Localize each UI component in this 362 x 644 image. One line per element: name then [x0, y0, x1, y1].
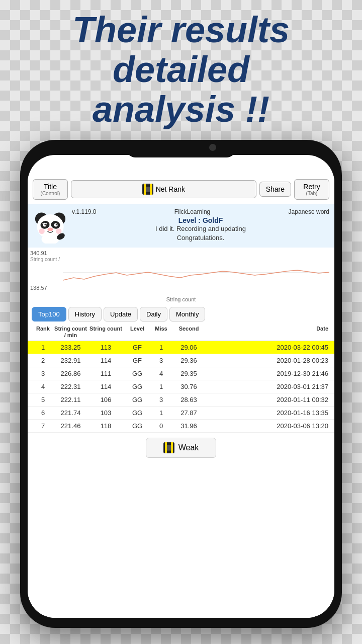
title-label: Title — [44, 183, 57, 191]
header-sc-min: String count / min — [54, 326, 87, 339]
chart-area — [63, 250, 329, 295]
cell-sc: 103 — [87, 409, 125, 417]
cell-sc-min: 221.46 — [54, 422, 87, 430]
chart-y-bottom: 138.57 — [30, 285, 60, 291]
cell-sc: 114 — [87, 383, 125, 390]
cell-rank: 7 — [32, 422, 54, 430]
table-row[interactable]: 2 232.91 114 GF 3 29.36 2020-01-28 00:23 — [28, 354, 334, 367]
level-text: Level : GoldF — [72, 216, 329, 224]
toolbar: Title (Control) Net Rank — [28, 175, 334, 204]
table-row[interactable]: 1 233.25 113 GF 1 29.06 2020-03-22 00:45 — [28, 341, 334, 354]
phone-screen: Title (Control) Net Rank — [28, 155, 334, 618]
screen-content: Title (Control) Net Rank — [28, 175, 334, 618]
chart-y-labels: 340.91 String count / 138.57 — [30, 250, 60, 291]
cell-date: 2020-01-28 00:23 — [205, 357, 330, 364]
cell-miss: 1 — [150, 409, 172, 417]
cell-second: 29.36 — [172, 357, 205, 364]
weak-button[interactable]: Weak — [146, 438, 216, 458]
cell-level: GF — [125, 344, 150, 351]
table-container: Rank String count / min String count Lev… — [28, 324, 334, 433]
cell-sc-min: 226.86 — [54, 370, 87, 377]
cell-sc: 106 — [87, 396, 125, 404]
phone-frame: Title (Control) Net Rank — [20, 140, 342, 628]
share-button[interactable]: Share — [259, 182, 291, 197]
table-row[interactable]: 5 222.11 106 GG 3 28.63 2020-01-11 00:32 — [28, 393, 334, 407]
tab-history-label: History — [75, 310, 95, 318]
cell-rank: 6 — [32, 409, 54, 417]
cell-level: GG — [125, 422, 150, 430]
cell-level: GG — [125, 396, 150, 404]
phone-notch — [126, 140, 236, 157]
cell-rank: 3 — [32, 370, 54, 377]
svg-point-14 — [39, 228, 45, 233]
cell-miss: 0 — [150, 422, 172, 430]
tabs: Top100 History Update Daily Monthly — [28, 303, 334, 324]
cell-level: GG — [125, 383, 150, 390]
header-sc: String count — [87, 326, 125, 339]
phone-camera — [209, 144, 216, 151]
film-icon — [142, 184, 153, 195]
cell-sc-min: 233.25 — [54, 344, 87, 351]
table-row[interactable]: 4 222.31 114 GG 1 30.76 2020-03-01 21:37 — [28, 380, 334, 393]
phone-container: Title (Control) Net Rank — [20, 140, 342, 628]
title-button[interactable]: Title (Control) — [33, 179, 68, 200]
cell-sc: 111 — [87, 370, 125, 377]
headline-line2: detailed — [113, 49, 249, 90]
tab-top100[interactable]: Top100 — [32, 307, 66, 321]
cell-rank: 2 — [32, 357, 54, 364]
cell-sc: 118 — [87, 422, 125, 430]
svg-point-12 — [56, 223, 58, 225]
cell-sc-min: 232.91 — [54, 357, 87, 364]
cell-sc: 113 — [87, 344, 125, 351]
cell-second: 30.76 — [172, 383, 205, 390]
share-label: Share — [266, 185, 285, 193]
version-text: v.1.119.0 — [72, 208, 96, 215]
tab-top100-label: Top100 — [38, 310, 60, 318]
cell-miss: 3 — [150, 357, 172, 364]
cell-miss: 4 — [150, 370, 172, 377]
tab-daily[interactable]: Daily — [140, 307, 167, 321]
svg-rect-2 — [150, 185, 151, 194]
tab-monthly[interactable]: Monthly — [169, 307, 206, 321]
japanese-word: Japanese word — [289, 208, 329, 215]
headline-line3: analysis !! — [93, 89, 269, 129]
table-row[interactable]: 6 221.74 103 GG 1 27.87 2020-01-16 13:35 — [28, 407, 334, 420]
svg-point-15 — [56, 228, 61, 233]
message-line1: I did it. Recording and updating — [155, 225, 246, 232]
cell-sc-min: 222.31 — [54, 383, 87, 390]
info-meta: v.1.119.0 FlickLearning Japanese word — [72, 208, 329, 215]
headline-line1: Their results — [72, 10, 290, 50]
table-row[interactable]: 3 226.86 111 GG 4 29.35 2019-12-30 21:46 — [28, 367, 334, 380]
cell-level: GG — [125, 370, 150, 377]
tab-update[interactable]: Update — [104, 307, 138, 321]
cell-second: 29.35 — [172, 370, 205, 377]
svg-rect-22 — [166, 445, 171, 450]
cell-miss: 1 — [150, 383, 172, 390]
net-rank-button[interactable]: Net Rank — [71, 180, 256, 198]
tab-update-label: Update — [110, 310, 131, 318]
svg-point-11 — [44, 223, 46, 225]
chart-y-top: 340.91 — [30, 250, 60, 256]
cell-sc-min: 222.11 — [54, 396, 87, 404]
cell-second: 28.63 — [172, 396, 205, 404]
tab-history[interactable]: History — [68, 307, 102, 321]
cell-sc: 114 — [87, 357, 125, 364]
cell-level: GF — [125, 357, 150, 364]
svg-point-13 — [47, 227, 53, 231]
weak-label: Weak — [178, 443, 199, 452]
message-line2: Congratulations. — [177, 234, 225, 242]
header-miss: Miss — [150, 326, 172, 339]
chart-y-label: String count / — [30, 257, 60, 262]
table-header: Rank String count / min String count Lev… — [28, 324, 334, 341]
weak-film-icon — [163, 442, 174, 453]
info-message: I did it. Recording and updating Congrat… — [72, 224, 329, 243]
retry-sub: (Tab) — [301, 191, 323, 196]
title-sub: (Control) — [39, 191, 61, 196]
svg-rect-21 — [171, 443, 172, 453]
table-row[interactable]: 7 221.46 118 GG 0 31.96 2020-03-06 13:20 — [28, 420, 334, 433]
headline: Their results detailed analysis !! — [0, 0, 362, 135]
retry-button[interactable]: Retry (Tab) — [294, 179, 329, 200]
cell-date: 2020-03-22 00:45 — [205, 344, 330, 351]
svg-rect-20 — [165, 443, 166, 453]
cell-rank: 1 — [32, 344, 54, 351]
